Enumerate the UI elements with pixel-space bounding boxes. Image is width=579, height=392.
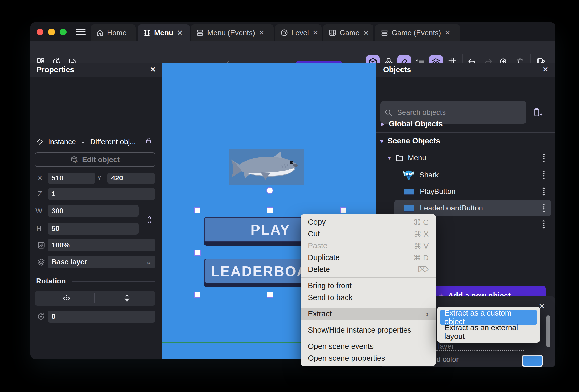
- background-color-swatch[interactable]: [522, 355, 543, 367]
- menu-divider: [301, 306, 436, 306]
- rotation-handle[interactable]: [266, 187, 273, 194]
- menu-item-delete[interactable]: Delete⌦: [301, 264, 436, 275]
- menu-divider: [301, 322, 436, 322]
- resize-handle-top-left[interactable]: [194, 207, 200, 213]
- menu-item-open-scene-properties[interactable]: Open scene properties: [301, 352, 436, 364]
- scene-objects-row[interactable]: ▾ Scene Objects: [380, 137, 440, 145]
- level-icon: [280, 29, 288, 37]
- resize-handle-bottom-left[interactable]: [194, 292, 200, 298]
- add-folder-icon[interactable]: [533, 107, 544, 118]
- menu-item-cut[interactable]: Cut⌘ X: [301, 228, 436, 240]
- tab-level[interactable]: Level ✕: [275, 24, 322, 41]
- flip-horizontal-icon[interactable]: [62, 294, 71, 302]
- link-dimensions-icon[interactable]: [146, 215, 153, 224]
- instance-object-name: Different obj...: [90, 138, 136, 146]
- objects-title: Objects: [383, 65, 411, 74]
- main-menu-icon[interactable]: [76, 27, 86, 37]
- edit-object-button[interactable]: 2D Edit object: [35, 152, 155, 167]
- y-input[interactable]: 420: [107, 173, 155, 184]
- home-icon: [96, 29, 104, 37]
- shark-sprite[interactable]: [229, 149, 304, 185]
- lock-open-icon[interactable]: [145, 137, 152, 145]
- scene-icon: [143, 29, 151, 37]
- tab-game[interactable]: Game ✕: [323, 24, 373, 41]
- submenu-item-extract-custom-object[interactable]: Extract as a custom object: [440, 310, 537, 325]
- shortcut: ⌘ C: [413, 218, 429, 227]
- tab-close-icon[interactable]: ✕: [363, 29, 369, 37]
- extract-submenu: Extract as a custom object Extract as an…: [437, 307, 540, 343]
- edit-object-label: Edit object: [82, 156, 120, 164]
- x-input[interactable]: 510: [48, 173, 95, 184]
- tab-game-events[interactable]: Game (Events) ✕: [375, 24, 460, 41]
- properties-panel: Instance - Different obj... 2D Edit obje…: [30, 77, 162, 359]
- flip-divider: [94, 293, 95, 303]
- close-window-button[interactable]: [37, 29, 43, 35]
- w-input[interactable]: 300: [48, 205, 139, 217]
- menu-item-open-scene-events[interactable]: Open scene events: [301, 341, 436, 352]
- search-icon: [384, 109, 392, 116]
- object-row-leaderboardbutton[interactable]: LeaderboardButton: [404, 204, 483, 212]
- tab-close-icon[interactable]: ✕: [313, 29, 318, 37]
- shark-row-options-icon[interactable]: [542, 171, 546, 179]
- scene-icon: [328, 29, 336, 37]
- menu-item-send-to-back[interactable]: Send to back: [301, 292, 436, 303]
- menu-row-options-icon[interactable]: [542, 153, 546, 162]
- tab-menu[interactable]: Menu ✕: [138, 24, 190, 41]
- submenu-arrow-icon: ›: [426, 309, 429, 319]
- resize-handle-top-right[interactable]: [340, 207, 346, 213]
- maximize-window-button[interactable]: [60, 29, 67, 35]
- shortcut: ⌘ X: [414, 230, 429, 239]
- settings-row-options-icon[interactable]: [542, 220, 546, 229]
- opacity-input[interactable]: 100%: [48, 239, 155, 251]
- properties-title: Properties: [37, 65, 74, 74]
- h-input[interactable]: 50: [48, 223, 139, 235]
- rotation-input[interactable]: 0: [48, 311, 155, 323]
- menu-item-bring-to-front[interactable]: Bring to front: [301, 280, 436, 292]
- screen: { "icons":{"chevron_down":"⌄","close":"✕…: [0, 0, 579, 392]
- minimize-window-button[interactable]: [48, 29, 55, 35]
- object-row-playbutton[interactable]: PlayButton: [404, 187, 455, 196]
- chevron-down-icon: ⌄: [145, 258, 151, 266]
- shortcut: ⌘ V: [414, 241, 429, 250]
- objects-header: Objects ✕: [376, 63, 555, 77]
- tab-home[interactable]: Home: [91, 24, 136, 41]
- tab-close-icon[interactable]: ✕: [177, 29, 183, 37]
- close-properties-icon[interactable]: ✕: [150, 66, 156, 73]
- opacity-icon: [37, 241, 45, 249]
- flip-vertical-icon[interactable]: [123, 294, 131, 303]
- titlebar: Home Menu ✕ Menu (Events) ✕ Level ✕ Game…: [30, 22, 555, 41]
- global-objects-label: Global Objects: [389, 120, 443, 128]
- z-input[interactable]: 1: [48, 188, 155, 200]
- layer-select[interactable]: Base layer ⌄: [48, 256, 155, 268]
- tab-menu-events[interactable]: Menu (Events) ✕: [191, 24, 274, 41]
- shark-label: Shark: [419, 171, 439, 179]
- object-row-shark[interactable]: Shark: [403, 169, 439, 181]
- folder-icon: [395, 154, 404, 162]
- z-label: Z: [38, 190, 42, 198]
- folder-row-menu[interactable]: ▾ Menu: [388, 154, 426, 162]
- events-icon: [196, 29, 204, 37]
- menu-item-duplicate[interactable]: Duplicate⌘ D: [301, 252, 436, 264]
- button-object-icon: [404, 205, 414, 211]
- panel-drag-divider[interactable]: [436, 350, 524, 351]
- leaderboardbutton-row-options-icon[interactable]: [542, 204, 546, 213]
- link-line: [149, 225, 149, 234]
- folder-menu-label: Menu: [408, 154, 426, 162]
- toolbar: Preview Share: [30, 41, 555, 63]
- menu-item-extract[interactable]: Extract ›: [301, 308, 436, 320]
- menu-item-show-hide-instance-properties[interactable]: Show/Hide instance properties: [301, 324, 436, 336]
- menu-item-copy[interactable]: Copy⌘ C: [301, 216, 436, 228]
- tab-label: Level: [291, 29, 309, 37]
- background-color-label-fragment: d color: [436, 355, 459, 364]
- playbutton-row-options-icon[interactable]: [542, 187, 546, 196]
- panel-scrollbar[interactable]: [546, 315, 550, 347]
- resize-handle-top-center[interactable]: [267, 207, 273, 213]
- resize-handle-bottom-center[interactable]: [267, 292, 273, 298]
- close-objects-icon[interactable]: ✕: [542, 66, 548, 73]
- delete-key-icon: ⌦: [418, 265, 429, 274]
- tab-close-icon[interactable]: ✕: [445, 29, 450, 37]
- submenu-item-extract-external-layout[interactable]: Extract as an external layout: [440, 325, 537, 339]
- global-objects-row[interactable]: ▸ Global Objects: [381, 120, 443, 128]
- resize-handle-middle-left[interactable]: [194, 250, 201, 256]
- tab-close-icon[interactable]: ✕: [259, 29, 265, 37]
